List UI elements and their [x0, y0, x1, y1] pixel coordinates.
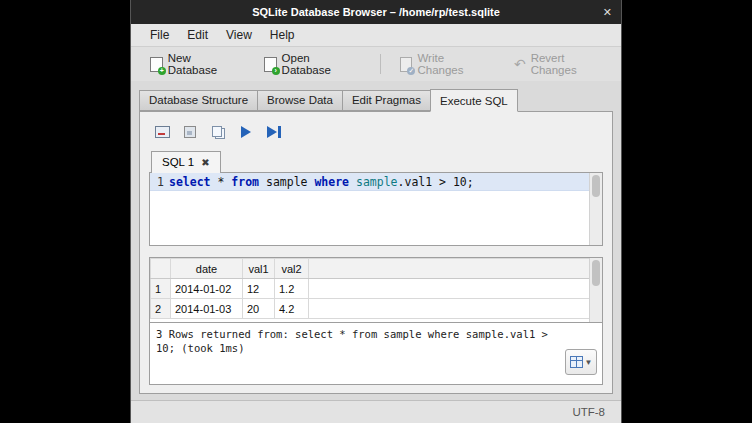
table-icon	[570, 356, 583, 368]
results-grid: date val1 val2 1 2014-01-02 12 1.2	[149, 257, 603, 322]
open-sql-file-icon	[155, 126, 170, 138]
revert-changes-button[interactable]: ↶ Revert Changes	[505, 47, 621, 81]
message-pane: 3 Rows returned from: select * from samp…	[149, 322, 603, 385]
sql-toolbar	[149, 120, 603, 150]
revert-changes-label: Revert Changes	[531, 52, 612, 76]
write-changes-label: Write Changes	[417, 52, 491, 76]
chevron-down-icon: ▼	[585, 358, 593, 367]
sql-subtab-close-icon[interactable]: ✖	[201, 157, 209, 168]
row-number-cell: 1	[151, 279, 171, 299]
window-title: SQLite Database Browser – /home/rp/test.…	[252, 6, 500, 18]
cell-val1[interactable]: 12	[243, 279, 275, 299]
copy-sql-button[interactable]	[209, 124, 227, 140]
results-message: 3 Rows returned from: select * from samp…	[156, 327, 562, 355]
statusbar: UTF-8	[131, 400, 621, 423]
sql-subtab-label: SQL 1	[162, 156, 194, 168]
new-database-button[interactable]: + New Database	[141, 47, 251, 81]
menu-file[interactable]: File	[141, 26, 178, 44]
sql-subtab[interactable]: SQL 1 ✖	[151, 151, 221, 173]
toolbar-separator	[380, 54, 381, 74]
splitter-handle[interactable]	[149, 246, 603, 257]
app-window: SQLite Database Browser – /home/rp/test.…	[130, 0, 622, 423]
cell-filler	[309, 279, 602, 299]
cell-val2[interactable]: 1.2	[275, 279, 309, 299]
titlebar[interactable]: SQLite Database Browser – /home/rp/test.…	[131, 0, 621, 24]
write-changes-icon: ✓	[400, 57, 413, 72]
new-database-icon: +	[150, 57, 163, 72]
tab-execute-sql[interactable]: Execute SQL	[430, 89, 518, 112]
execute-current-line-button[interactable]	[265, 124, 283, 140]
table-row[interactable]: 2 2014-01-03 20 4.2	[151, 299, 602, 319]
execute-current-line-icon	[267, 126, 281, 138]
main-toolbar: + New Database › Open Database ✓ Write C…	[131, 47, 621, 81]
line-number: 1	[150, 175, 169, 189]
main-tabbar: Database Structure Browse Data Edit Prag…	[139, 89, 621, 111]
menubar: File Edit View Help	[131, 24, 621, 47]
editor-current-line: 1 select * from sample where sample.val1…	[150, 173, 602, 191]
column-header-val2[interactable]: val2	[275, 259, 309, 279]
copy-icon	[212, 126, 225, 138]
sql-code: select * from sample where sample.val1 >…	[169, 175, 474, 189]
tab-browse-data[interactable]: Browse Data	[257, 90, 342, 111]
export-dropdown-button[interactable]: ▼	[565, 349, 597, 375]
new-database-label: New Database	[168, 52, 242, 76]
column-header-filler	[309, 259, 602, 279]
cell-filler	[309, 299, 602, 319]
tab-database-structure[interactable]: Database Structure	[139, 90, 257, 111]
column-header-date[interactable]: date	[171, 259, 243, 279]
open-database-icon: ›	[264, 57, 277, 72]
menu-view[interactable]: View	[217, 26, 261, 44]
close-icon[interactable]: ✕	[603, 4, 612, 20]
column-header-val1[interactable]: val1	[243, 259, 275, 279]
table-row[interactable]: 1 2014-01-02 12 1.2	[151, 279, 602, 299]
row-number-header	[151, 259, 171, 279]
results-table: date val1 val2 1 2014-01-02 12 1.2	[150, 258, 602, 319]
save-sql-file-button[interactable]	[181, 124, 199, 140]
execute-sql-panel: SQL 1 ✖ 1 select * from sample where sam…	[139, 111, 613, 394]
results-scrollbar[interactable]	[589, 258, 602, 322]
cell-val1[interactable]: 20	[243, 299, 275, 319]
cell-date[interactable]: 2014-01-02	[171, 279, 243, 299]
save-sql-file-icon	[184, 126, 196, 138]
write-changes-button[interactable]: ✓ Write Changes	[391, 47, 501, 81]
editor-scrollbar[interactable]	[589, 173, 602, 245]
encoding-indicator: UTF-8	[572, 406, 605, 418]
execute-sql-icon	[241, 126, 251, 138]
tab-edit-pragmas[interactable]: Edit Pragmas	[342, 90, 430, 111]
sql-editor[interactable]: 1 select * from sample where sample.val1…	[149, 172, 603, 246]
cell-date[interactable]: 2014-01-03	[171, 299, 243, 319]
sql-subtab-bar: SQL 1 ✖	[151, 150, 603, 173]
results-header-row: date val1 val2	[151, 259, 602, 279]
menu-help[interactable]: Help	[261, 26, 304, 44]
screen: SQLite Database Browser – /home/rp/test.…	[0, 0, 752, 423]
menu-edit[interactable]: Edit	[178, 26, 217, 44]
execute-sql-button[interactable]	[237, 124, 255, 140]
open-database-label: Open Database	[282, 52, 361, 76]
row-number-cell: 2	[151, 299, 171, 319]
revert-changes-icon: ↶	[514, 57, 526, 71]
open-sql-file-button[interactable]	[153, 124, 171, 140]
cell-val2[interactable]: 4.2	[275, 299, 309, 319]
open-database-button[interactable]: › Open Database	[255, 47, 370, 81]
